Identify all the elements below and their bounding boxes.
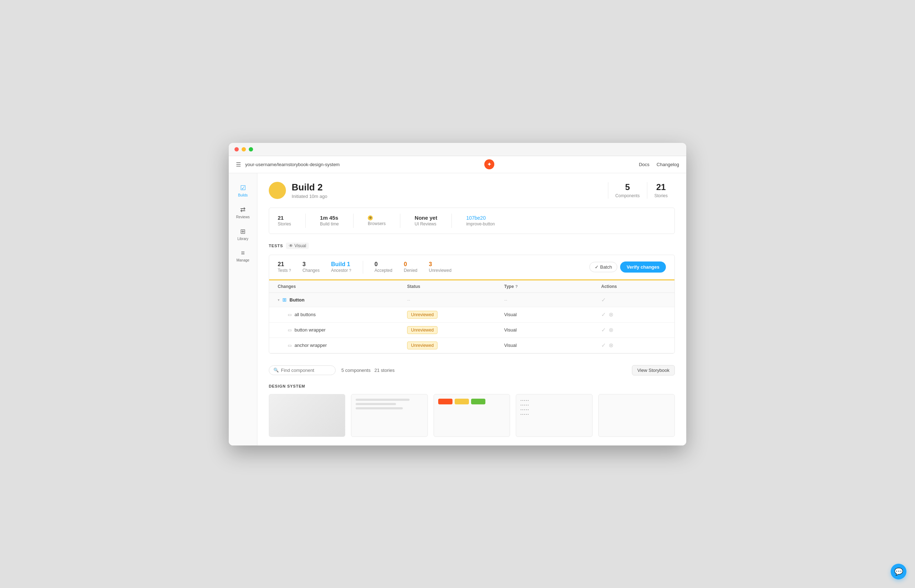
col-actions: Actions [601,284,666,289]
branch-label: improve-button [466,221,495,226]
docs-link[interactable]: Docs [639,162,649,167]
design-system-title: DESIGN SYSTEM [269,384,675,388]
color-swatch-green [471,399,485,404]
col-status: Status [407,284,504,289]
expand-icon[interactable]: ▾ [278,298,280,302]
app-window: ☰ your-username/learnstorybook-design-sy… [229,143,686,446]
col-type: Type ? [504,284,602,289]
hamburger-icon[interactable]: ☰ [236,161,241,168]
info-divider-3 [400,213,400,228]
group-actions-cell: ✓ [601,297,666,303]
chat-button[interactable]: 💬 [891,564,907,580]
row-type-anchor-wrapper: Visual [504,342,602,348]
row-type-all-buttons: Visual [504,312,602,317]
browser-icons: ⊙ [368,215,385,220]
verify-changes-button[interactable]: Verify changes [620,262,666,273]
metric-ancestor: Build 1 Ancestor ? [331,261,351,273]
find-component-input[interactable] [281,368,331,373]
visual-label: Visual [295,243,306,248]
search-icon: 🔍 [274,368,279,373]
row-changes-all-buttons: ▭ all buttons [278,312,407,317]
group-type-cell: -- [504,297,602,302]
tests-card-header: 21 Tests ? 3 Changes Build 1 [269,255,674,280]
accept-icon[interactable]: ✓ [601,326,606,333]
row-changes-anchor-wrapper: ▭ anchor wrapper [278,342,407,348]
changes-value: 3 [302,261,319,268]
table-group-button: ▾ ⊞ Button -- -- ✓ [269,293,674,307]
tests-card: 21 Tests ? 3 Changes Build 1 [269,255,675,354]
status-badge-unreviewed: Unreviewed [407,311,437,319]
ui-reviews-value: None yet [415,215,437,221]
thumb-text: • • • • • [520,403,588,407]
accepted-label: Accepted [374,268,392,273]
table-row: ▭ anchor wrapper Unreviewed Visual ✓ ⊗ [269,338,674,353]
color-swatch-red [438,399,452,404]
tests-label: Tests ? [278,268,291,273]
build-title: Build 2 [292,182,327,193]
branch-link[interactable]: 107be20 [466,215,486,221]
denied-value: 0 [404,261,418,268]
table-row: ▭ all buttons Unreviewed Visual ✓ ⊗ [269,307,674,323]
metric-changes: 3 Changes [302,261,319,273]
unreviewed-label: Unreviewed [429,268,452,273]
sidebar: ☑ Builds ⇄ Reviews ⊞ Library ≡ Manage [229,173,257,446]
status-badge-unreviewed: Unreviewed [407,326,437,334]
reviews-icon: ⇄ [240,206,246,213]
main-layout: ☑ Builds ⇄ Reviews ⊞ Library ≡ Manage [229,173,686,446]
search-input-wrap: 🔍 [269,365,335,375]
chrome-icon: ⊙ [368,215,373,220]
ancestor-help-icon[interactable]: ? [349,268,351,273]
accept-all-icon[interactable]: ✓ [601,297,606,303]
story-icon: ▭ [288,343,292,348]
sidebar-item-reviews[interactable]: ⇄ Reviews [232,202,254,223]
deny-icon[interactable]: ⊗ [609,326,613,333]
build-info: Build 2 Initiated 10m ago [292,182,327,199]
row-status-all-buttons: Unreviewed [407,311,504,319]
build-header: Build 2 Initiated 10m ago 5 Components 2… [269,182,675,199]
group-changes-cell: ▾ ⊞ Button [278,297,407,302]
sidebar-item-manage[interactable]: ≡ Manage [232,246,254,266]
eye-icon: 👁 [289,243,293,248]
manage-icon: ≡ [241,249,245,257]
build-subtitle: Initiated 10m ago [292,194,327,199]
maximize-button[interactable] [249,147,253,152]
row-actions-button-wrapper: ✓ ⊗ [601,326,666,333]
tests-actions: ✓ Batch Verify changes [589,262,666,273]
component-name: Button [290,297,304,302]
thumbnail[interactable] [269,394,345,437]
row-type-button-wrapper: Visual [504,327,602,333]
thumbnail[interactable]: • • • • • • • • • • • • • • • • • • • • [516,394,592,437]
type-help-icon[interactable]: ? [515,284,518,289]
build-avatar [269,182,286,199]
deny-icon[interactable]: ⊗ [609,311,613,318]
info-browsers: ⊙ Browsers [368,215,385,226]
deny-icon[interactable]: ⊗ [609,342,613,349]
changes-table: Changes Status Type ? Actions ▾ ⊞ [269,280,674,353]
metric-unreviewed: 3 Unreviewed [429,261,452,273]
visual-badge: 👁 Visual [286,242,309,249]
info-stories: 21 Stories [278,215,291,226]
build-stat-stories: 21 Stories [647,182,675,199]
minimize-button[interactable] [241,147,246,152]
thumbnail[interactable] [434,394,510,437]
tests-help-icon[interactable]: ? [289,268,291,273]
thumbnail[interactable] [598,394,675,437]
find-bar: 🔍 5 components 21 stories View Storybook [269,362,675,378]
sidebar-item-builds[interactable]: ☑ Builds [232,180,254,201]
close-button[interactable] [235,147,239,152]
find-bar-left: 🔍 5 components 21 stories [269,365,395,375]
sidebar-item-library[interactable]: ⊞ Library [232,224,254,244]
topnav-right: Docs Changelog [639,162,679,167]
denied-label: Denied [404,268,418,273]
batch-button[interactable]: ✓ Batch [589,262,617,272]
accept-icon[interactable]: ✓ [601,311,606,318]
build-stat-components: 5 Components [608,182,647,199]
chromatic-logo: ✦ [484,159,494,169]
view-storybook-button[interactable]: View Storybook [632,365,675,375]
row-changes-button-wrapper: ▭ button wrapper [278,327,407,333]
changelog-link[interactable]: Changelog [657,162,679,167]
accept-icon[interactable]: ✓ [601,342,606,349]
thumb-text: • • • • • [520,413,588,416]
thumbnail[interactable] [351,394,428,437]
ancestor-value[interactable]: Build 1 [331,261,351,268]
